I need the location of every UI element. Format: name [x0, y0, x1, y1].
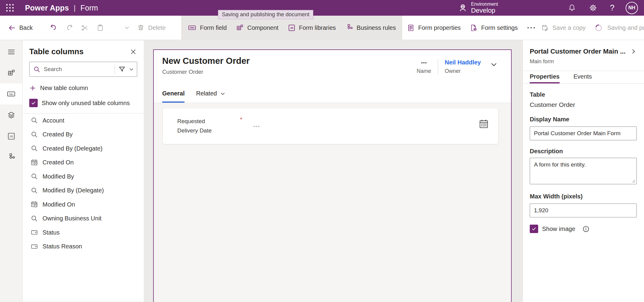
undo-button[interactable] — [49, 23, 58, 32]
column-label: Created On — [43, 159, 74, 166]
environment-label: Environment — [471, 2, 498, 7]
rail-tree-view-tab[interactable] — [0, 104, 22, 126]
save-a-copy-label: Save a copy — [552, 24, 586, 31]
column-item-status[interactable]: Status — [29, 226, 137, 240]
form-field-label: Form field — [200, 24, 227, 31]
back-button[interactable]: Back — [8, 24, 33, 32]
tab-general[interactable]: General — [162, 90, 185, 103]
lookup-icon — [30, 187, 38, 195]
column-item-modified-by-delegate[interactable]: Modified By (Delegate) — [29, 184, 137, 198]
rail-form-libraries-tab[interactable]: JS — [0, 126, 22, 147]
back-label: Back — [19, 24, 33, 31]
form-tabs: General Related — [162, 90, 226, 103]
column-item-created-by[interactable]: Created By — [29, 128, 137, 142]
max-width-input[interactable] — [530, 204, 637, 217]
tab-events[interactable]: Events — [573, 73, 592, 83]
paste-clipboard-icon[interactable] — [96, 24, 104, 32]
more-commands-button[interactable]: ··· — [527, 23, 536, 32]
help-icon[interactable]: ? — [610, 3, 614, 13]
status-tooltip: Saving and publishing the document — [218, 10, 313, 19]
save-copy-icon — [541, 24, 549, 32]
lookup-icon — [30, 145, 38, 152]
form-properties-label: Form properties — [418, 24, 461, 31]
left-rail: Abc JS — [0, 40, 22, 302]
chevron-right-icon[interactable] — [630, 48, 637, 55]
form-header: New Customer Order Customer Order --- Na… — [154, 50, 511, 103]
field-label: Requested Delivery Date — [177, 117, 226, 135]
svg-text:Abc: Abc — [190, 26, 195, 29]
business-rules-button[interactable]: Business rules — [340, 16, 400, 40]
owner-value-link[interactable]: Neil Haddley — [445, 59, 481, 66]
column-item-account[interactable]: Account — [29, 114, 137, 128]
rail-table-columns-tab[interactable]: Abc — [0, 83, 22, 104]
table-columns-panel: Table columns — [22, 40, 144, 302]
display-name-input[interactable] — [530, 126, 637, 140]
column-item-modified-on[interactable]: Modified On — [29, 198, 137, 212]
column-item-created-by-delegate[interactable]: Created By (Delegate) — [29, 142, 137, 156]
search-input[interactable] — [44, 66, 112, 73]
column-item-status-reason[interactable]: Status Reason — [29, 240, 137, 254]
business-rules-label: Business rules — [357, 24, 396, 31]
notifications-bell-icon[interactable] — [568, 4, 576, 12]
checkbox-checked[interactable] — [29, 99, 38, 107]
app-name[interactable]: Power Apps — [25, 4, 69, 12]
plus-icon — [29, 85, 36, 92]
save-a-copy-button[interactable]: Save a copy — [541, 24, 586, 32]
properties-tabs: Properties Events — [530, 71, 637, 83]
waffle-menu-icon[interactable] — [5, 3, 15, 13]
optionset-icon — [30, 243, 38, 251]
column-label: Created By — [43, 131, 73, 138]
overflow-chevron-icon[interactable] — [124, 24, 130, 31]
form-properties-icon — [407, 24, 415, 32]
table-value: Customer Order — [530, 101, 637, 108]
form-properties-button[interactable]: Form properties — [402, 16, 465, 40]
rail-business-rules-tab[interactable] — [0, 147, 22, 168]
filter-chevron-icon[interactable] — [128, 66, 134, 72]
panel-title: Table columns — [29, 47, 84, 56]
form-settings-icon — [470, 24, 478, 32]
column-item-owning-business-unit[interactable]: Owning Business Unit — [29, 212, 137, 226]
form-type-label: Main form — [530, 58, 637, 65]
search-icon — [33, 66, 41, 73]
column-item-created-on[interactable]: Created On — [29, 156, 137, 170]
column-label: Modified By (Delegate) — [43, 187, 104, 194]
tab-properties[interactable]: Properties — [530, 73, 560, 83]
tab-related[interactable]: Related — [196, 90, 226, 103]
close-icon[interactable] — [129, 48, 137, 56]
search-box — [29, 62, 137, 77]
lookup-icon — [30, 215, 38, 223]
requested-delivery-date-field[interactable]: Requested Delivery Date * --- — [163, 108, 498, 144]
delete-button[interactable]: Delete — [137, 24, 166, 32]
header-chevron-icon[interactable] — [490, 61, 498, 69]
rail-components-tab[interactable] — [0, 62, 22, 83]
column-item-modified-by[interactable]: Modified By — [29, 170, 137, 184]
saving-status: Saving and publishing — [595, 24, 644, 32]
environment-picker[interactable]: Environment Develop — [458, 2, 498, 14]
optionset-icon — [30, 229, 38, 236]
description-textarea[interactable]: A form for this entity. — [530, 158, 637, 184]
info-icon[interactable] — [582, 225, 590, 233]
checkbox-checked[interactable] — [530, 225, 538, 233]
cut-scissors-icon[interactable] — [81, 24, 89, 32]
description-label: Description — [530, 148, 637, 155]
calendar-icon[interactable] — [478, 119, 489, 129]
settings-gear-icon[interactable] — [589, 4, 597, 12]
resize-grip-icon[interactable] — [631, 179, 636, 183]
js-icon: JS — [288, 24, 296, 32]
delete-label: Delete — [148, 24, 166, 31]
rail-hamburger-menu[interactable] — [0, 41, 22, 62]
column-label: Status Reason — [43, 243, 82, 250]
show-image-row[interactable]: Show image — [530, 225, 637, 233]
command-bar-right: Save a copy Saving and publishing — [541, 22, 644, 33]
redo-button[interactable] — [65, 23, 74, 32]
avatar[interactable]: NH — [626, 2, 638, 14]
form-canvas[interactable]: New Customer Order Customer Order --- Na… — [153, 49, 512, 302]
new-table-column-button[interactable]: New table column — [29, 85, 137, 92]
related-chevron-icon — [220, 91, 226, 97]
owner-label: Owner — [445, 68, 461, 74]
show-unused-checkbox-row[interactable]: Show only unused table columns — [29, 99, 137, 107]
name-label: Name — [417, 68, 431, 74]
business-rules-flow-icon — [345, 23, 353, 32]
filter-icon[interactable] — [118, 65, 126, 73]
form-settings-button[interactable]: Form settings — [465, 16, 522, 40]
